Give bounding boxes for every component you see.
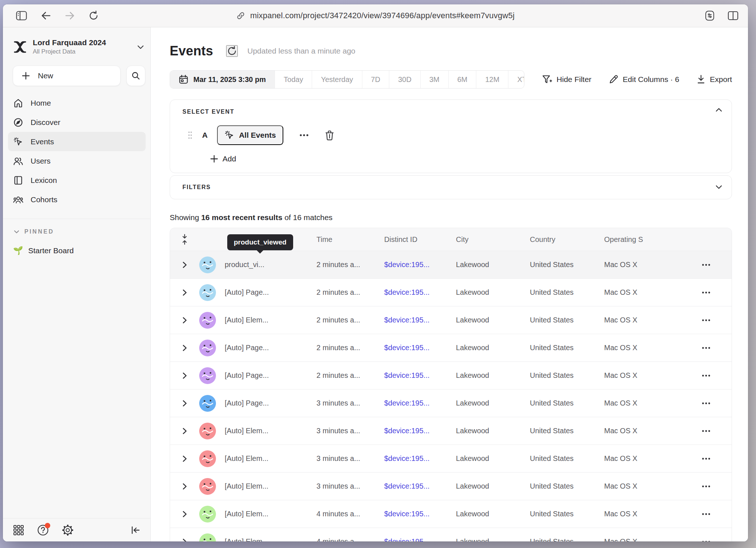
pinned-section-header[interactable]: PINNED [14, 228, 150, 235]
sidebar-item-starter-board[interactable]: 🌱 Starter Board [13, 246, 150, 255]
row-actions-ellipsis-icon[interactable] [681, 485, 732, 488]
row-actions-ellipsis-icon[interactable] [681, 402, 732, 405]
range-3m[interactable]: 3M [420, 71, 448, 88]
gear-icon[interactable] [62, 524, 74, 536]
collapse-panel-chevron-up-icon[interactable] [716, 108, 722, 112]
project-switcher[interactable]: Lord Farquaad 2024 All Project Data [13, 38, 144, 55]
table-row[interactable]: [Auto] Elem... 4 minutes a... $device:19… [170, 500, 732, 528]
forward-icon[interactable] [65, 11, 75, 20]
expand-row-chevron-icon[interactable] [170, 511, 199, 517]
table-row[interactable]: [Auto] Elem... 3 minutes a... $device:19… [170, 445, 732, 472]
sidebar-item-users[interactable]: Users [8, 151, 146, 171]
export-button[interactable]: Export [697, 75, 732, 84]
sidebar-item-events[interactable]: Events [8, 132, 146, 151]
distinct-id-link[interactable]: $device:195... [384, 371, 456, 380]
range-7d[interactable]: 7D [362, 71, 389, 88]
apps-grid-icon[interactable] [13, 525, 24, 536]
distinct-id-link[interactable]: $device:195... [384, 261, 456, 269]
distinct-id-link[interactable]: $device:195... [384, 427, 456, 435]
distinct-id-link[interactable]: $device:195... [384, 344, 456, 352]
row-actions-ellipsis-icon[interactable] [681, 291, 732, 294]
sidebar-item-home[interactable]: Home [8, 93, 146, 113]
table-row[interactable]: [Auto] Page... 2 minutes a... $device:19… [170, 278, 732, 306]
collapse-all-rows-icon[interactable] [170, 234, 199, 245]
expand-row-chevron-icon[interactable] [170, 539, 199, 542]
collapse-sidebar-icon[interactable] [131, 526, 140, 535]
table-row[interactable]: product_vi... 2 minutes a... $device:195… [170, 251, 732, 278]
table-row[interactable]: [Auto] Elem... 4 minutes a... $device:19… [170, 528, 732, 541]
col-city[interactable]: City [456, 235, 530, 244]
all-events-chip[interactable]: All Events [217, 125, 283, 145]
search-button[interactable] [126, 66, 145, 86]
edit-columns-button[interactable]: Edit Columns · 6 [609, 75, 679, 84]
sidebar-item-discover[interactable]: Discover [8, 113, 146, 132]
row-actions-ellipsis-icon[interactable] [681, 457, 732, 460]
expand-row-chevron-icon[interactable] [170, 428, 199, 434]
table-row[interactable]: [Auto] Page... 2 minutes a... $device:19… [170, 334, 732, 361]
expand-row-chevron-icon[interactable] [170, 317, 199, 324]
sidebar: Lord Farquaad 2024 All Project Data New [3, 27, 151, 541]
reload-icon[interactable] [89, 11, 98, 21]
sidebar-item-cohorts[interactable]: Cohorts [8, 190, 146, 209]
expand-row-chevron-icon[interactable] [170, 400, 199, 407]
country-cell: United States [530, 427, 604, 435]
sidebar-item-lexicon[interactable]: Lexicon [8, 171, 146, 190]
expand-row-chevron-icon[interactable] [170, 345, 199, 351]
country-cell: United States [530, 316, 604, 324]
distinct-id-link[interactable]: $device:195... [384, 399, 456, 407]
expand-row-chevron-icon[interactable] [170, 372, 199, 379]
row-actions-ellipsis-icon[interactable] [681, 513, 732, 516]
table-row[interactable]: [Auto] Elem... 3 minutes a... $device:19… [170, 472, 732, 500]
event-name-cell: [Auto] Page... [225, 371, 316, 380]
back-icon[interactable] [41, 11, 51, 20]
drag-handle-icon[interactable] [188, 131, 193, 140]
trash-icon[interactable] [325, 130, 334, 140]
page-settings-icon[interactable] [704, 10, 715, 21]
range-xtd[interactable]: XTD [508, 71, 524, 88]
distinct-id-link[interactable]: $device:195... [384, 482, 456, 490]
expand-row-chevron-icon[interactable] [170, 262, 199, 268]
date-picker-button[interactable]: Mar 11, 2025 3:30 pm [170, 71, 275, 88]
range-30d[interactable]: 30D [389, 71, 420, 88]
row-actions-ellipsis-icon[interactable] [681, 263, 732, 266]
sidebar-toggle-icon[interactable] [16, 11, 27, 20]
expand-row-chevron-icon[interactable] [170, 455, 199, 462]
expand-row-chevron-icon[interactable] [170, 289, 199, 296]
table-row[interactable]: [Auto] Elem... 3 minutes a... $device:19… [170, 417, 732, 445]
row-actions-ellipsis-icon[interactable] [681, 347, 732, 349]
address-bar[interactable]: mixpanel.com/project/3472420/view/397469… [236, 11, 515, 20]
plus-icon [210, 155, 218, 163]
distinct-id-link[interactable]: $device:195... [384, 316, 456, 324]
expand-panel-chevron-down-icon[interactable] [716, 185, 722, 189]
add-event-button[interactable]: Add [210, 154, 236, 163]
new-button[interactable]: New [13, 66, 121, 86]
expand-row-chevron-icon[interactable] [170, 483, 199, 490]
row-actions-ellipsis-icon[interactable] [681, 374, 732, 377]
range-6m[interactable]: 6M [448, 71, 476, 88]
range-12m[interactable]: 12M [476, 71, 508, 88]
col-country[interactable]: Country [530, 235, 604, 244]
hide-filter-button[interactable]: Hide Filter [542, 74, 591, 85]
range-yesterday[interactable]: Yesterday [312, 71, 362, 88]
table-row[interactable]: [Auto] Page... 3 minutes a... $device:19… [170, 389, 732, 417]
split-view-icon[interactable] [728, 11, 739, 20]
col-operating-system[interactable]: Operating S [604, 235, 681, 244]
refresh-icon[interactable] [226, 45, 238, 57]
range-today[interactable]: Today [275, 71, 312, 88]
table-row[interactable]: [Auto] Elem... 2 minutes a... $device:19… [170, 306, 732, 334]
distinct-id-link[interactable]: $device:195... [384, 288, 456, 297]
event-avatar [199, 257, 225, 273]
col-distinct-id[interactable]: Distinct ID [384, 235, 456, 244]
events-table: Time Distinct ID City Country Operating … [170, 228, 732, 541]
event-options-ellipsis-icon[interactable] [299, 134, 309, 137]
distinct-id-link[interactable]: $device:195... [384, 510, 456, 518]
event-row-letter: A [202, 131, 208, 140]
distinct-id-link[interactable]: $device:195... [384, 454, 456, 463]
row-actions-ellipsis-icon[interactable] [681, 319, 732, 322]
col-time[interactable]: Time [316, 235, 384, 244]
distinct-id-link[interactable]: $device:195... [384, 537, 456, 541]
table-row[interactable]: [Auto] Page... 2 minutes a... $device:19… [170, 361, 732, 389]
row-actions-ellipsis-icon[interactable] [681, 540, 732, 542]
range-xtd-label: XTD [517, 75, 524, 84]
row-actions-ellipsis-icon[interactable] [681, 430, 732, 432]
